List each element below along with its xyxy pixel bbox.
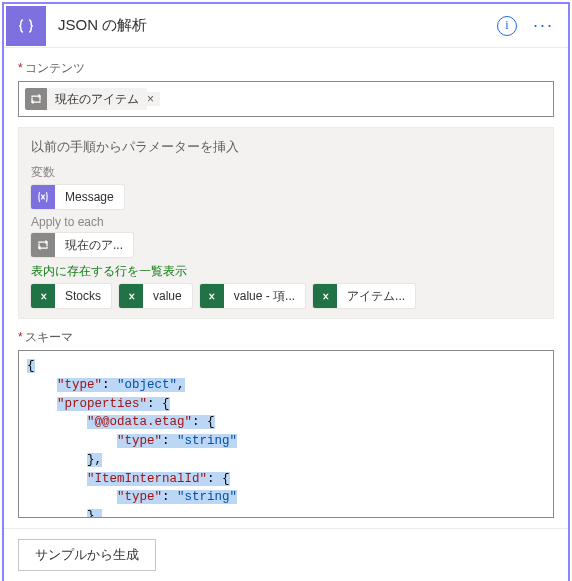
card-title: JSON の解析 <box>58 16 497 35</box>
excel-icon <box>200 284 224 308</box>
panel-title: 以前の手順からパラメーターを挿入 <box>31 138 541 156</box>
chip-stocks[interactable]: Stocks <box>31 284 111 308</box>
variable-icon <box>31 185 55 209</box>
excel-icon <box>119 284 143 308</box>
generate-from-sample-button[interactable]: サンプルから生成 <box>18 539 156 571</box>
schema-textarea[interactable]: { "type": "object", "properties": { "@@o… <box>18 350 554 518</box>
schema-label: *スキーマ <box>18 329 554 346</box>
chip-value-item[interactable]: value - 項... <box>200 284 305 308</box>
content-label: *コンテンツ <box>18 60 554 77</box>
chip-item[interactable]: アイテム... <box>313 284 415 308</box>
chip-current-item[interactable]: 現在のア... <box>31 233 133 257</box>
excel-icon <box>313 284 337 308</box>
info-icon[interactable]: i <box>497 16 517 36</box>
chip-value[interactable]: value <box>119 284 192 308</box>
group-vars-label: 変数 <box>31 164 541 181</box>
loop-icon <box>31 233 55 257</box>
group-apply-label: Apply to each <box>31 215 541 229</box>
action-card: JSON の解析 i ··· *コンテンツ 現在のアイテム × 以前の手順からパ… <box>2 2 570 581</box>
more-menu-button[interactable]: ··· <box>527 15 560 36</box>
parse-json-icon <box>6 6 46 46</box>
content-input[interactable]: 現在のアイテム × <box>18 81 554 117</box>
loop-icon <box>25 88 47 110</box>
card-header: JSON の解析 i ··· <box>4 4 568 48</box>
dynamic-content-panel: 以前の手順からパラメーターを挿入 変数 Message Apply to eac… <box>18 127 554 319</box>
group-table-label: 表内に存在する行を一覧表示 <box>31 263 541 280</box>
card-body: *コンテンツ 現在のアイテム × 以前の手順からパラメーターを挿入 変数 <box>4 48 568 528</box>
token-remove[interactable]: × <box>147 92 160 106</box>
token-current-item: 現在のアイテム × <box>25 88 160 110</box>
card-footer: サンプルから生成 <box>4 528 568 581</box>
excel-icon <box>31 284 55 308</box>
token-label: 現在のアイテム <box>47 88 147 110</box>
chip-message[interactable]: Message <box>31 185 124 209</box>
